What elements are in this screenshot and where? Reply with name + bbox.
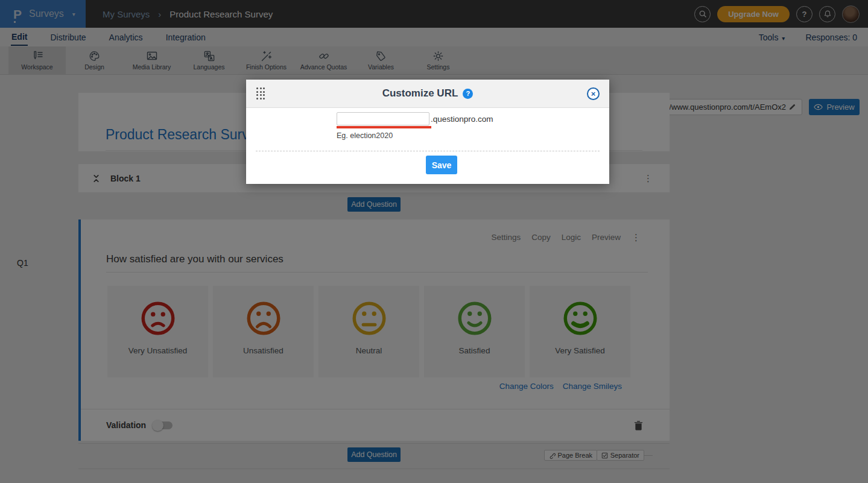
modal-body: .questionpro.com Eg. election2020 Save [246, 108, 609, 184]
modal-divider [256, 151, 600, 151]
modal-header: Customize URL ? × [246, 80, 609, 108]
drag-handle-icon[interactable] [256, 87, 265, 99]
questionpro-app: P Surveys ▾ My Surveys › Product Researc… [0, 0, 868, 483]
customize-url-modal: Customize URL ? × .questionpro.com Eg. e… [246, 80, 609, 184]
modal-close-button[interactable]: × [587, 87, 600, 100]
custom-url-input[interactable] [337, 112, 429, 125]
modal-backdrop[interactable] [0, 0, 868, 483]
input-error-underline [337, 126, 431, 128]
input-example-hint: Eg. election2020 [337, 131, 393, 140]
close-icon: × [591, 90, 596, 98]
modal-title: Customize URL [382, 87, 458, 99]
modal-help-icon[interactable]: ? [463, 89, 473, 99]
save-button[interactable]: Save [426, 156, 457, 174]
domain-suffix-label: .questionpro.com [431, 115, 493, 124]
